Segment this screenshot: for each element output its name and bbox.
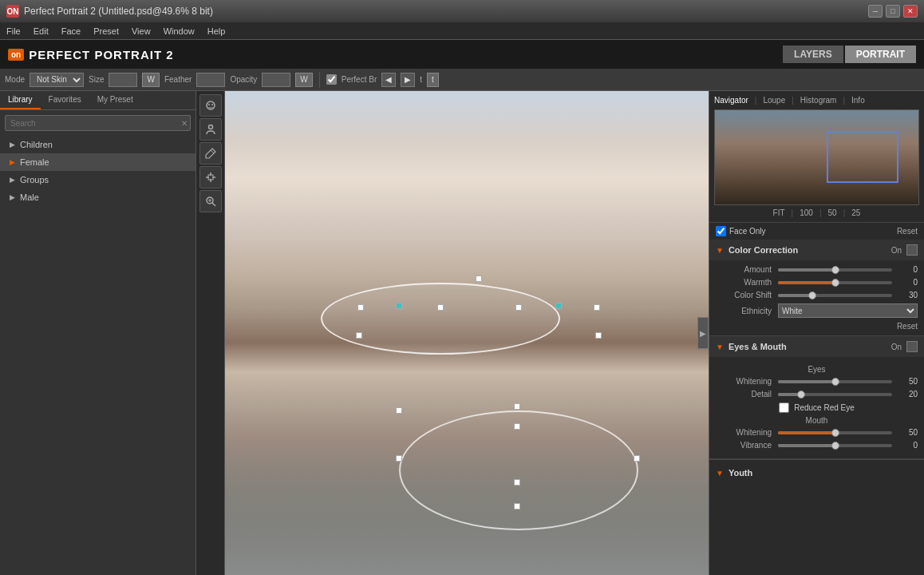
eyes-detail-row: Detail 20 (716, 390, 918, 399)
menu-edit[interactable]: Edit (34, 26, 49, 36)
layers-button[interactable]: LAYERS (783, 46, 843, 63)
color-correction-reset-button[interactable]: Reset (897, 322, 918, 331)
nav-tab-info[interactable]: Info (851, 96, 865, 105)
youth-header[interactable]: ▼ Youth (716, 465, 918, 481)
size-input[interactable]: 250 (109, 73, 137, 87)
menu-help[interactable]: Help (207, 26, 226, 36)
canvas-area[interactable]: ▶ (225, 91, 709, 575)
nav-zoom-25[interactable]: 25 (851, 208, 860, 217)
handle-bl[interactable] (356, 332, 362, 339)
ethnicity-select[interactable]: White Asian African Latino (778, 303, 918, 318)
tree-item-male[interactable]: ▶ Male (0, 188, 195, 206)
face-only-checkbox[interactable] (716, 226, 726, 236)
handle-lower-mr[interactable] (634, 455, 640, 462)
search-input[interactable] (5, 115, 191, 131)
brush-tool[interactable] (199, 142, 222, 165)
tool-strip (196, 91, 225, 575)
warmth-row: Warmth 0 (716, 278, 918, 287)
youth-arrow: ▼ (716, 469, 724, 478)
logo-text: PERFECT PORTRAIT 2 (29, 48, 173, 61)
toolbar: Mode Not Skin Size 250 W Feather 30 Opac… (0, 69, 924, 91)
vibrance-row: Vibrance 0 (716, 441, 918, 450)
reduce-red-eye-checkbox[interactable] (779, 402, 789, 413)
handle-lower-tc[interactable] (514, 423, 520, 430)
handle-lower-tl[interactable] (396, 407, 402, 414)
title-bar: ON Perfect Portrait 2 (Untitled.psd@49.6… (0, 0, 924, 22)
menu-face[interactable]: Face (61, 26, 81, 36)
opacity-input[interactable]: 100 (262, 73, 290, 87)
nav-prev-button[interactable]: ◀ (381, 73, 396, 87)
handle-tr[interactable] (515, 304, 522, 311)
handle-lower-bottom[interactable] (514, 503, 520, 510)
sidebar-search: ✕ (0, 110, 195, 136)
close-button[interactable]: ✕ (903, 5, 918, 18)
nav-zoom-50[interactable]: 50 (828, 208, 837, 217)
menu-file[interactable]: File (6, 26, 21, 36)
face-only-row: Face Only Reset (709, 223, 924, 240)
nav-tab-histogram[interactable]: Histogram (800, 96, 837, 105)
expand-panel-button[interactable]: ▶ (697, 317, 709, 349)
handle-lower-ml[interactable] (396, 455, 402, 462)
feather-input[interactable]: 30 (196, 73, 225, 87)
tree-arrow-male: ▶ (10, 193, 15, 201)
tab-library[interactable]: Library (0, 91, 41, 109)
toolbar-extra-button[interactable]: t (427, 73, 439, 87)
tree-label-children: Children (20, 140, 53, 149)
minimize-button[interactable]: ─ (868, 5, 883, 18)
portrait-button[interactable]: PORTRAIT (845, 46, 916, 63)
nav-fit-label[interactable]: FIT (773, 208, 785, 217)
face-detect-tool[interactable] (199, 94, 222, 117)
eyes-mouth-header[interactable]: ▼ Eyes & Mouth On (709, 336, 924, 357)
handle-right[interactable] (594, 304, 600, 311)
color-correction-toggle[interactable] (906, 244, 918, 256)
app-header: on PERFECT PORTRAIT 2 LAYERS PORTRAIT (0, 40, 924, 69)
tree-label-female: Female (20, 157, 49, 167)
face-only-reset-button[interactable]: Reset (897, 227, 918, 236)
sidebar-tree: ▶ Children ▶ Female ▶ Groups ▶ Male (0, 136, 195, 575)
handle-tc-teal[interactable] (396, 303, 402, 309)
handle-br[interactable] (595, 332, 602, 339)
eyes-whitening-row: Whitening 50 (716, 377, 918, 386)
tab-favorites[interactable]: Favorites (41, 91, 89, 109)
perfect-br-checkbox[interactable] (326, 74, 337, 85)
mode-select[interactable]: Not Skin (30, 73, 84, 87)
eyes-detail-value: 20 (898, 390, 918, 399)
handle-tm[interactable] (437, 304, 444, 311)
tree-arrow-groups: ▶ (10, 176, 15, 184)
tab-my-preset[interactable]: My Preset (89, 91, 141, 109)
pan-tool[interactable] (199, 166, 222, 188)
nav-zoom-100[interactable]: 100 (800, 208, 813, 217)
menu-view[interactable]: View (132, 26, 151, 36)
nav-tab-navigator[interactable]: Navigator (714, 96, 748, 105)
menu-preset[interactable]: Preset (93, 26, 119, 36)
color-correction-header[interactable]: ▼ Color Correction On (709, 240, 924, 260)
eyes-mouth-toggle[interactable] (906, 341, 918, 352)
mouth-whitening-row: Whitening 50 (716, 428, 918, 437)
nav-tab-loupe[interactable]: Loupe (763, 96, 785, 105)
mode-label: Mode (5, 75, 25, 84)
handle-lower-bc[interactable] (514, 479, 520, 486)
search-clear-icon[interactable]: ✕ (181, 119, 188, 128)
handle-top[interactable] (476, 276, 482, 282)
tree-item-groups[interactable]: ▶ Groups (0, 171, 195, 188)
selection-oval-upper[interactable] (321, 283, 560, 355)
logo-badge: on (8, 49, 24, 61)
size-w-button[interactable]: W (142, 73, 159, 87)
ethnicity-label: Ethnicity (716, 307, 772, 315)
handle-tl[interactable] (357, 304, 364, 311)
warmth-value: 0 (898, 278, 918, 287)
nav-next-button[interactable]: ▶ (401, 73, 415, 87)
handle-tr-teal[interactable] (555, 303, 562, 309)
navigator-viewport-rect (827, 131, 898, 183)
color-correction-arrow: ▼ (716, 246, 724, 255)
tree-item-children[interactable]: ▶ Children (0, 136, 195, 153)
eyes-whitening-value: 50 (898, 377, 918, 386)
handle-lower-top[interactable] (514, 403, 520, 410)
zoom-tool[interactable] (199, 190, 222, 212)
person-tool[interactable] (199, 118, 222, 141)
maximize-button[interactable]: □ (886, 5, 900, 18)
tree-item-female[interactable]: ▶ Female (0, 153, 195, 171)
opacity-w-button[interactable]: W (295, 73, 312, 87)
color-shift-value: 30 (898, 291, 918, 299)
menu-window[interactable]: Window (164, 26, 195, 36)
